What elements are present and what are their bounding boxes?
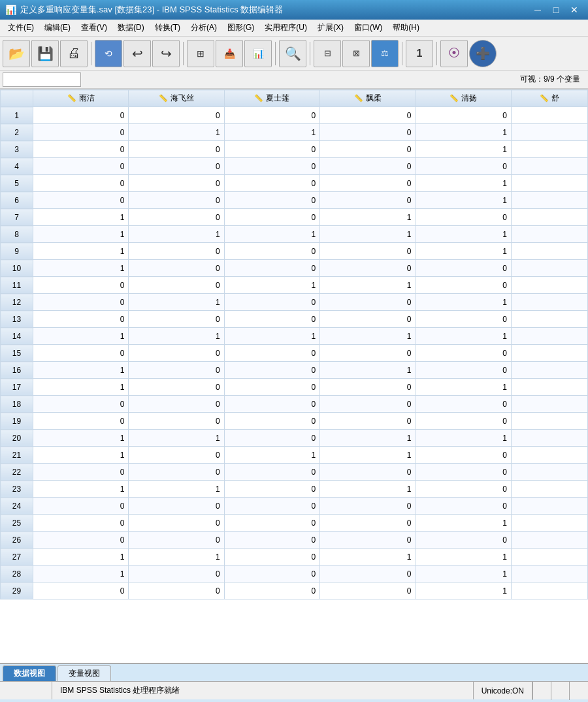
cell[interactable]: 0	[320, 294, 416, 311]
find-button[interactable]: 🔍	[279, 40, 306, 67]
cell[interactable]	[511, 379, 587, 396]
table-row[interactable]: 201101	[1, 124, 588, 141]
cell[interactable]: 1	[129, 124, 224, 141]
cell[interactable]	[511, 481, 587, 498]
cell[interactable]	[511, 107, 587, 124]
table-row[interactable]: 2600000	[1, 532, 588, 549]
cell[interactable]: 0	[320, 379, 416, 396]
cell[interactable]: 0	[416, 396, 511, 413]
cell[interactable]: 1	[129, 481, 224, 498]
cell[interactable]: 0	[224, 413, 319, 430]
cell[interactable]: 1	[416, 192, 511, 209]
cell[interactable]: 0	[33, 311, 129, 328]
menu-view[interactable]: 查看(V)	[76, 20, 112, 36]
cell[interactable]: 1	[33, 243, 129, 260]
menu-utilities[interactable]: 实用程序(U)	[259, 20, 312, 36]
cell[interactable]: 0	[224, 158, 319, 175]
cell[interactable]: 1	[129, 294, 224, 311]
table-row[interactable]: 1300000	[1, 311, 588, 328]
table-row[interactable]: 710010	[1, 209, 588, 226]
col-header-清扬[interactable]: 📏 清扬	[416, 90, 511, 107]
table-row[interactable]: 2810001	[1, 566, 588, 582]
cell[interactable]: 0	[33, 277, 129, 294]
cell[interactable]	[511, 447, 587, 464]
cell[interactable]: 1	[416, 566, 511, 582]
table-row[interactable]: 2311010	[1, 481, 588, 498]
cell[interactable]: 0	[33, 345, 129, 362]
cell[interactable]: 1	[416, 515, 511, 532]
menu-data[interactable]: 数据(D)	[112, 20, 150, 36]
cell[interactable]	[511, 413, 587, 430]
recall-dialog-button[interactable]: ⟲	[95, 40, 122, 67]
cell[interactable]	[511, 192, 587, 209]
cell[interactable]: 1	[320, 209, 416, 226]
cell[interactable]: 0	[224, 481, 319, 498]
cell[interactable]: 1	[320, 447, 416, 464]
menu-edit[interactable]: 编辑(E)	[39, 20, 76, 36]
close-button[interactable]: ✕	[566, 3, 583, 17]
menu-graphs[interactable]: 图形(G)	[222, 20, 259, 36]
cell[interactable]: 1	[416, 294, 511, 311]
cell[interactable]: 1	[33, 481, 129, 498]
cell[interactable]: 0	[416, 481, 511, 498]
cell[interactable]: 1	[224, 447, 319, 464]
grid-wrapper[interactable]: 📏 雨洁 📏 海飞丝 📏 夏士莲	[0, 89, 588, 663]
cell[interactable]: 1	[416, 243, 511, 260]
cell[interactable]	[511, 226, 587, 243]
cell[interactable]: 1	[416, 549, 511, 566]
cell[interactable]: 1	[129, 430, 224, 447]
cell[interactable]: 0	[129, 464, 224, 481]
table-row[interactable]: 400000	[1, 158, 588, 175]
cell[interactable]: 1	[416, 141, 511, 158]
cell[interactable]: 0	[129, 277, 224, 294]
cell[interactable]: 0	[129, 447, 224, 464]
col-header-飘柔[interactable]: 📏 飘柔	[320, 90, 416, 107]
cell[interactable]: 0	[416, 260, 511, 277]
cell[interactable]: 1	[320, 226, 416, 243]
cell[interactable]	[511, 311, 587, 328]
cell[interactable]: 1	[33, 209, 129, 226]
cell[interactable]: 1	[416, 582, 511, 599]
cell[interactable]: 1	[33, 379, 129, 396]
cell[interactable]	[511, 464, 587, 481]
cell[interactable]: 1	[224, 226, 319, 243]
cell[interactable]	[511, 345, 587, 362]
cell[interactable]: 0	[33, 396, 129, 413]
cell[interactable]: 0	[320, 311, 416, 328]
save-button[interactable]: 💾	[31, 40, 59, 67]
cell[interactable]: 1	[320, 362, 416, 379]
cell[interactable]: 1	[129, 328, 224, 345]
menu-help[interactable]: 帮助(H)	[387, 20, 425, 36]
cell[interactable]: 1	[320, 277, 416, 294]
cell[interactable]: 0	[224, 379, 319, 396]
cell[interactable]	[511, 175, 587, 192]
minimize-button[interactable]: ─	[529, 3, 546, 17]
cell[interactable]	[511, 260, 587, 277]
cell[interactable]: 0	[224, 464, 319, 481]
cell[interactable]: 0	[129, 260, 224, 277]
menu-window[interactable]: 窗口(W)	[349, 20, 387, 36]
menu-extensions[interactable]: 扩展(X)	[312, 20, 349, 36]
cell[interactable]: 1	[416, 175, 511, 192]
cell[interactable]: 1	[33, 260, 129, 277]
table-row[interactable]: 300001	[1, 141, 588, 158]
cell[interactable]: 0	[320, 413, 416, 430]
cell[interactable]: 0	[320, 260, 416, 277]
cell[interactable]	[511, 141, 587, 158]
cell[interactable]: 1	[33, 328, 129, 345]
undo-button[interactable]: ↩	[123, 40, 151, 67]
cell[interactable]: 0	[320, 515, 416, 532]
cell[interactable]: 0	[33, 532, 129, 549]
cell[interactable]: 0	[416, 447, 511, 464]
cell[interactable]: 0	[416, 277, 511, 294]
cell[interactable]	[511, 158, 587, 175]
cell[interactable]: 1	[320, 430, 416, 447]
cell[interactable]: 0	[416, 413, 511, 430]
cell[interactable]: 0	[129, 566, 224, 582]
add-ons-button[interactable]: ➕	[469, 40, 497, 67]
cell[interactable]: 1	[129, 226, 224, 243]
cell[interactable]: 1	[224, 124, 319, 141]
cell[interactable]	[511, 362, 587, 379]
run-script-button[interactable]: ⦿	[440, 40, 468, 67]
cell[interactable]: 0	[129, 243, 224, 260]
